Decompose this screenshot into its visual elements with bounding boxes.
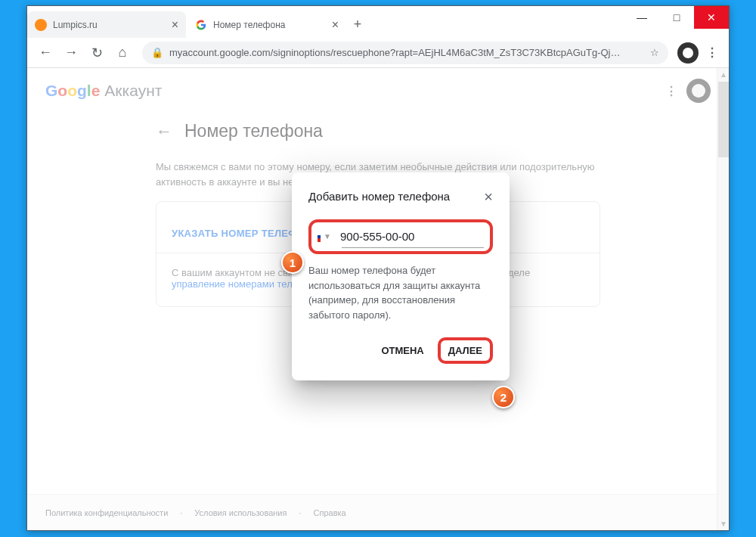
reload-button[interactable]: ↻	[86, 42, 107, 64]
address-bar[interactable]: 🔒 myaccount.google.com/signinoptions/res…	[142, 42, 668, 64]
annotation-marker-1: 1	[281, 251, 304, 274]
url-text: myaccount.google.com/signinoptions/rescu…	[169, 47, 650, 58]
phone-field-row: ▼	[318, 230, 484, 243]
tab-label: Номер телефона	[213, 20, 285, 30]
titlebar: Lumpics.ru × Номер телефона × + — □ ✕	[27, 6, 729, 38]
phone-input-highlight: ▼	[308, 219, 493, 254]
google-icon	[195, 19, 207, 31]
tab-lumpics[interactable]: Lumpics.ru ×	[27, 11, 186, 38]
cancel-button[interactable]: ОТМЕНА	[373, 339, 431, 362]
new-tab-button[interactable]: +	[346, 11, 369, 38]
star-icon[interactable]: ☆	[650, 47, 659, 58]
back-button[interactable]: ←	[35, 42, 56, 64]
add-phone-dialog: Добавить номер телефона × ▼ Ваш номер те…	[292, 172, 510, 380]
browser-toolbar: ← → ↻ ⌂ 🔒 myaccount.google.com/signinopt…	[27, 38, 729, 68]
close-icon[interactable]: ×	[332, 18, 339, 32]
dialog-description: Ваш номер телефона будет использоваться …	[308, 263, 493, 322]
close-button[interactable]: ✕	[694, 6, 729, 29]
forward-button[interactable]: →	[60, 42, 82, 64]
lock-icon: 🔒	[151, 47, 163, 58]
maximize-button[interactable]: □	[659, 6, 694, 29]
tab-label: Lumpics.ru	[53, 20, 98, 30]
input-underline	[342, 247, 484, 248]
browser-menu-button[interactable]: ⋮	[703, 45, 721, 60]
close-icon[interactable]: ×	[172, 18, 178, 32]
window-controls: — □ ✕	[624, 6, 729, 38]
minimize-button[interactable]: —	[624, 6, 659, 29]
dialog-title: Добавить номер телефона	[308, 189, 478, 204]
tab-strip: Lumpics.ru × Номер телефона × +	[27, 11, 624, 38]
phone-input[interactable]	[340, 230, 484, 243]
profile-avatar[interactable]	[677, 42, 699, 64]
home-button[interactable]: ⌂	[112, 42, 133, 64]
annotation-marker-2: 2	[492, 386, 515, 408]
dialog-actions: ОТМЕНА ДАЛЕЕ	[308, 337, 493, 364]
browser-window: Lumpics.ru × Номер телефона × + — □ ✕ ← …	[26, 5, 730, 531]
chevron-down-icon[interactable]: ▼	[324, 232, 331, 241]
lumpics-icon	[35, 19, 47, 31]
close-icon[interactable]: ×	[484, 189, 493, 204]
dialog-header: Добавить номер телефона ×	[308, 189, 493, 204]
next-button[interactable]: ДАЛЕЕ	[438, 337, 493, 364]
flag-russia-icon[interactable]	[318, 231, 321, 242]
tab-phone[interactable]: Номер телефона ×	[187, 11, 346, 38]
